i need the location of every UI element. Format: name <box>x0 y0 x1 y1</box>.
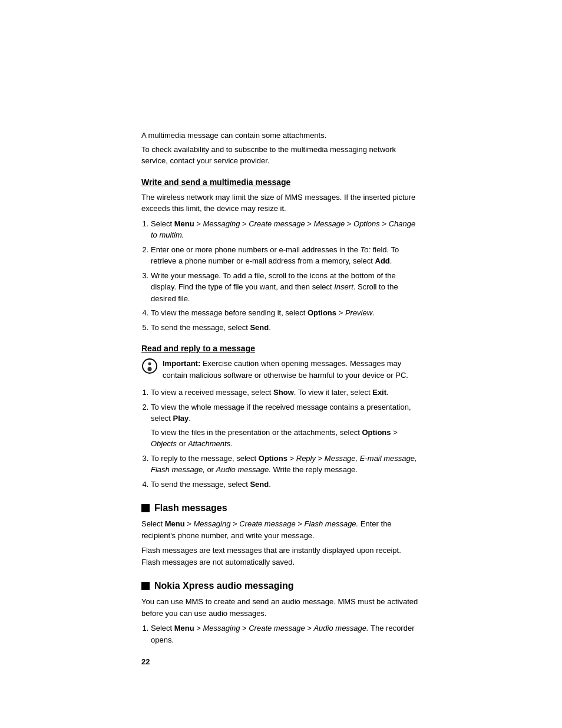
svg-point-2 <box>148 367 152 371</box>
section-nokia-heading: Nokia Xpress audio messaging <box>154 581 294 591</box>
section-flash-block: Flash messages <box>141 503 421 513</box>
write-step-3: Write your message. To add a file, scrol… <box>151 270 421 305</box>
write-step-4: To view the message before sending it, s… <box>151 307 421 319</box>
intro-line1: A multimedia message can contain some at… <box>141 130 421 141</box>
nokia-step-1: Select Menu > Messaging > Create message… <box>151 622 421 645</box>
nokia-body1: You can use MMS to create and send an au… <box>141 596 421 619</box>
nokia-black-square <box>141 582 150 590</box>
write-step-2: Enter one or more phone numbers or e-mai… <box>151 244 421 267</box>
flash-black-square <box>141 504 150 512</box>
read-steps-list: To view a received message, select Show.… <box>151 387 421 490</box>
write-steps-list: Select Menu > Messaging > Create message… <box>151 218 421 334</box>
read-step-2: To view the whole message if the receive… <box>151 401 421 450</box>
section-write-heading: Write and send a multimedia message <box>141 177 421 187</box>
page-number: 22 <box>141 657 421 666</box>
section-write-body: The wireless network may limit the size … <box>141 192 421 215</box>
section-nokia-block: Nokia Xpress audio messaging <box>141 581 421 591</box>
svg-point-1 <box>148 363 151 365</box>
read-step-1: To view a received message, select Show.… <box>151 387 421 398</box>
section-flash-heading: Flash messages <box>154 503 227 513</box>
important-icon <box>141 358 158 374</box>
nokia-steps-list: Select Menu > Messaging > Create message… <box>151 622 421 645</box>
section-read-heading: Read and reply to a message <box>141 344 421 353</box>
page-content: A multimedia message can contain some at… <box>0 0 562 728</box>
flash-body2: Flash messages are text messages that ar… <box>141 545 421 568</box>
read-step-2-sub: To view the files in the presentation or… <box>151 427 421 450</box>
write-step-5: To send the message, select Send. <box>151 322 421 334</box>
write-step-1: Select Menu > Messaging > Create message… <box>151 218 421 241</box>
intro-line2: To check availability and to subscribe t… <box>141 144 421 167</box>
flash-body1: Select Menu > Messaging > Create message… <box>141 518 421 541</box>
read-step-4: To send the message, select Send. <box>151 479 421 490</box>
important-text: Important: Exercise caution when opening… <box>163 358 421 381</box>
read-step-3: To reply to the message, select Options … <box>151 453 421 476</box>
important-notice: Important: Exercise caution when opening… <box>141 358 421 381</box>
